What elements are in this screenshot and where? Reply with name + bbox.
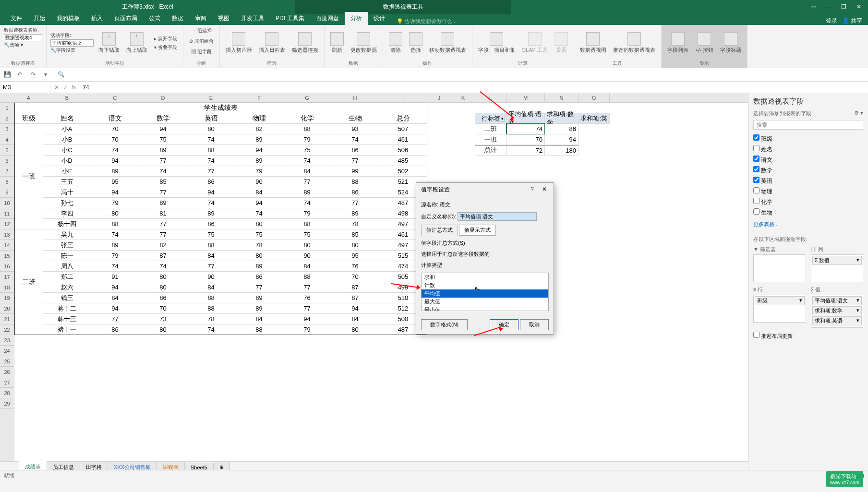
cell[interactable]: 80 <box>139 282 187 293</box>
dialog-tab-display[interactable]: 值显示方式 <box>459 225 496 236</box>
cell[interactable]: 89 <box>139 198 187 208</box>
cell[interactable]: 二班 <box>475 124 506 134</box>
cell[interactable]: 88 <box>283 124 331 134</box>
cell[interactable]: 89 <box>235 261 283 272</box>
row-header-18[interactable]: 18 <box>0 282 14 293</box>
cell[interactable]: 77 <box>139 187 187 198</box>
cell[interactable]: 86 <box>187 219 235 229</box>
relations-btn[interactable]: 关系 <box>553 31 570 55</box>
col-header-C[interactable]: C <box>91 93 139 102</box>
collapse-field-btn[interactable]: ▾ 折叠字段 <box>152 44 179 51</box>
enter-icon[interactable]: ✓ <box>63 84 68 91</box>
cell[interactable]: 求和项:数学 <box>545 113 579 124</box>
cell[interactable]: 91 <box>91 272 139 282</box>
row-header-17[interactable]: 17 <box>0 272 14 282</box>
calc-option-3[interactable]: 最大值 <box>422 298 548 306</box>
sheet-tab-5[interactable]: Sheet5 <box>185 463 214 470</box>
cell[interactable]: 84 <box>235 187 283 198</box>
cell[interactable]: 94 <box>331 303 379 314</box>
cell[interactable]: 80 <box>91 208 139 219</box>
cell[interactable]: 79 <box>283 208 331 219</box>
tab-insert[interactable]: 插入 <box>85 12 108 25</box>
cell[interactable]: 88 <box>331 177 379 187</box>
cell[interactable]: 钱三 <box>43 293 91 303</box>
cell[interactable]: 77 <box>187 261 235 272</box>
cell[interactable]: 70 <box>331 272 379 282</box>
expand-field-btn[interactable]: ▸ 展开字段 <box>152 35 179 43</box>
cell[interactable]: 85 <box>139 177 187 187</box>
cell[interactable]: 74 <box>506 124 545 134</box>
tab-review[interactable]: 审阅 <box>189 12 212 25</box>
cell[interactable]: 461 <box>379 134 427 145</box>
cell[interactable]: 74 <box>283 198 331 208</box>
col-header-I[interactable]: I <box>379 93 427 102</box>
row-header-6[interactable]: 6 <box>0 156 14 166</box>
cell[interactable]: 80 <box>283 240 331 251</box>
tab-design[interactable]: 设计 <box>368 12 391 25</box>
area-filters[interactable]: ▼ 筛选器 <box>753 246 806 282</box>
cell[interactable]: 95 <box>91 177 139 187</box>
row-header-28[interactable]: 28 <box>0 388 14 398</box>
field-班级[interactable]: 班级 <box>753 133 863 144</box>
cell[interactable]: 88 <box>187 293 235 303</box>
row-header-2[interactable]: 2 <box>0 113 14 124</box>
cell[interactable]: 89 <box>331 208 379 219</box>
col-header-A[interactable]: A <box>14 93 43 102</box>
cell[interactable]: 94 <box>139 124 187 134</box>
cell[interactable]: 85 <box>331 229 379 240</box>
cell[interactable]: 86 <box>331 145 379 156</box>
cell[interactable]: 76 <box>283 293 331 303</box>
val-item-2[interactable]: 求和项:英语▾ <box>812 316 862 325</box>
cell[interactable]: 77 <box>283 177 331 187</box>
cell[interactable]: 93 <box>331 124 379 134</box>
cell[interactable]: 80 <box>331 240 379 251</box>
cell[interactable]: 吴九 <box>43 229 91 240</box>
cell[interactable]: 70 <box>91 124 139 134</box>
new-sheet-btn[interactable]: ⊕ <box>214 462 230 470</box>
cell[interactable]: 王五 <box>43 177 91 187</box>
cell[interactable]: 学生成绩表 <box>14 103 427 113</box>
cell[interactable]: 小A <box>43 124 91 134</box>
pane-gear-icon[interactable]: ⚙ ▾ <box>854 110 863 117</box>
cell[interactable]: 小D <box>43 156 91 166</box>
cell[interactable]: 张三 <box>43 240 91 251</box>
field-生物[interactable]: 生物 <box>753 207 863 218</box>
sheet-tab-3[interactable]: XXX公司销售额 <box>108 462 157 470</box>
cell[interactable]: 韩十三 <box>43 314 91 324</box>
calc-type-listbox[interactable]: 求和计数平均值最大值最小值乘积 <box>421 273 549 311</box>
cell[interactable]: 小B <box>43 134 91 145</box>
cell[interactable]: 88 <box>235 324 283 335</box>
sheet-tab-2[interactable]: 田字格 <box>80 462 108 470</box>
col-header-F[interactable]: F <box>235 93 283 102</box>
cell[interactable]: 86 <box>139 293 187 303</box>
cell[interactable]: 78 <box>235 240 283 251</box>
cell[interactable]: 杨十四 <box>43 219 91 229</box>
cell[interactable]: 78 <box>331 219 379 229</box>
dialog-tab-summary[interactable]: 値汇总方式 <box>421 225 458 236</box>
cell[interactable]: 80 <box>139 272 187 282</box>
cell[interactable]: 88 <box>283 219 331 229</box>
tab-view[interactable]: 视图 <box>212 12 235 25</box>
worksheet[interactable]: ABCDEFGHIJKLMNO 123456789101112131415161… <box>0 93 748 470</box>
cell[interactable]: 86 <box>187 177 235 187</box>
cell[interactable]: 73 <box>139 314 187 324</box>
move-pt-btn[interactable]: 移动数据透视表 <box>427 31 468 55</box>
cell[interactable]: 79 <box>283 324 331 335</box>
cell[interactable]: 生物 <box>331 113 379 124</box>
pt-options[interactable]: 🔧选项 ▾ <box>4 42 23 48</box>
cell[interactable]: 79 <box>283 134 331 145</box>
cell[interactable]: 86 <box>545 124 579 134</box>
clear-btn[interactable]: 清除 <box>387 31 404 55</box>
cell[interactable]: 90 <box>187 272 235 282</box>
cell[interactable]: 英语 <box>187 113 235 124</box>
cell[interactable]: 74 <box>91 145 139 156</box>
row-label-filter-icon[interactable]: ▾ <box>500 116 505 121</box>
formula-input[interactable]: 74 <box>80 83 868 92</box>
recommend-pt-btn[interactable]: 推荐的数据透视表 <box>611 31 657 55</box>
sheet-tab-4[interactable]: 课程表 <box>157 462 185 470</box>
tab-pagelayout[interactable]: 页面布局 <box>108 12 143 25</box>
cell[interactable]: 74 <box>235 208 283 219</box>
tab-home[interactable]: 开始 <box>28 12 51 25</box>
cell[interactable]: 180 <box>545 145 579 156</box>
cell[interactable]: 89 <box>91 240 139 251</box>
